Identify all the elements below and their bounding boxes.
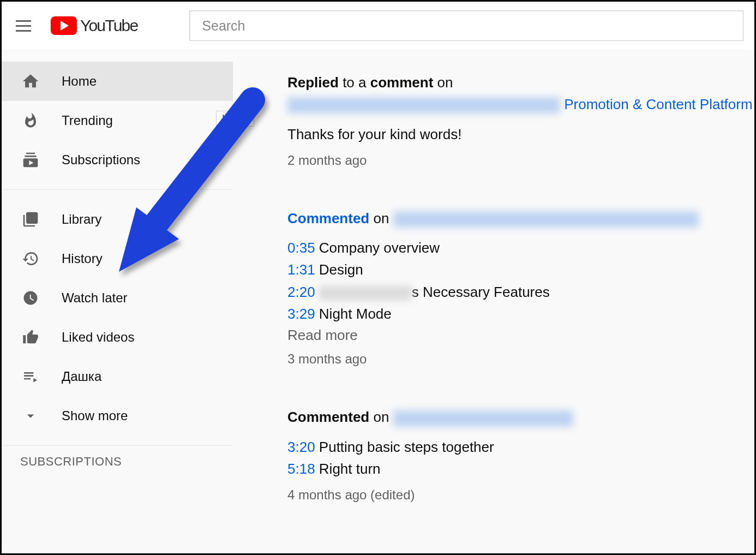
tooltip: Home [216,111,254,127]
timestamp-link[interactable]: 1:31 [287,261,315,278]
sidebar-item-label: Library [62,212,101,227]
subscriptions-heading: SUBSCRIPTIONS [2,446,233,471]
trending-icon [20,110,41,131]
liked-icon [20,327,41,348]
redacted-text [319,285,412,301]
redacted-link[interactable] [287,97,560,114]
activity-item: Commented on 3:20 Putting basic steps to… [287,406,754,503]
sidebar-item-liked-videos[interactable]: Liked videos [2,318,233,357]
sidebar-item-playlist[interactable]: Дашка [2,357,233,396]
home-icon [20,71,41,92]
watch-later-icon [20,288,41,308]
comment-body: 0:35 Company overview 1:31 Design 2:20 s… [287,237,754,325]
sidebar-item-history[interactable]: History [2,239,233,278]
sidebar-item-label: History [62,251,103,266]
sidebar-item-label: Дашка [62,369,101,384]
timestamp-link[interactable]: 3:20 [287,439,315,455]
timestamp-link[interactable]: 3:29 [287,306,315,322]
redacted-link[interactable] [393,211,699,228]
history-icon [20,248,41,269]
search-input[interactable] [202,18,731,34]
chevron-down-icon [20,405,41,426]
library-icon [20,209,41,230]
subscriptions-icon [20,150,41,170]
comment-body: Thanks for your kind words! [287,123,754,145]
playlist-icon [20,366,41,387]
search-container[interactable] [189,10,743,41]
sidebar-item-trending[interactable]: Trending [2,101,233,140]
sidebar-item-label: Trending [62,113,113,128]
sidebar-item-label: Liked videos [62,330,134,345]
timestamp-link[interactable]: 2:20 [287,284,315,300]
activity-heading: Replied to a comment on Promotion & Cont… [287,71,754,116]
main-content: Replied to a comment on Promotion & Cont… [233,50,754,553]
menu-button[interactable] [13,15,34,37]
header: YouTube [2,2,754,50]
sidebar-item-home[interactable]: Home [2,62,233,101]
read-more-button[interactable]: Read more [287,327,754,344]
activity-heading: Commented on [287,207,754,229]
sidebar-item-label: Subscriptions [62,152,140,168]
comment-body: 3:20 Putting basic steps together 5:18 R… [287,436,754,480]
timestamp: 3 months ago [287,351,754,367]
activity-item: Replied to a comment on Promotion & Cont… [287,71,754,168]
logo-text: YouTube [80,16,137,35]
activity-item: Commented on 0:35 Company overview 1:31 … [287,207,754,367]
sidebar-item-label: Watch later [62,290,127,306]
sidebar-item-watch-later[interactable]: Watch later [2,278,233,318]
sidebar-item-label: Home [62,74,97,89]
youtube-play-icon [51,16,77,35]
timestamp: 4 months ago (edited) [287,487,754,503]
youtube-logo[interactable]: YouTube [51,16,137,35]
sidebar-item-label: Show more [62,408,128,423]
redacted-link[interactable] [393,410,573,427]
sidebar-item-show-more[interactable]: Show more [2,396,233,435]
hamburger-icon [16,20,31,32]
timestamp: 2 months ago [287,153,754,168]
video-link[interactable]: Promotion & Content Platform [564,96,752,112]
activity-heading: Commented on [287,406,754,428]
timestamp-link[interactable]: 0:35 [287,240,315,256]
sidebar-item-library[interactable]: Library [2,200,233,239]
sidebar: Home Trending Subscriptions Library [2,50,233,553]
timestamp-link[interactable]: 5:18 [287,461,315,477]
sidebar-item-subscriptions[interactable]: Subscriptions [2,140,233,180]
